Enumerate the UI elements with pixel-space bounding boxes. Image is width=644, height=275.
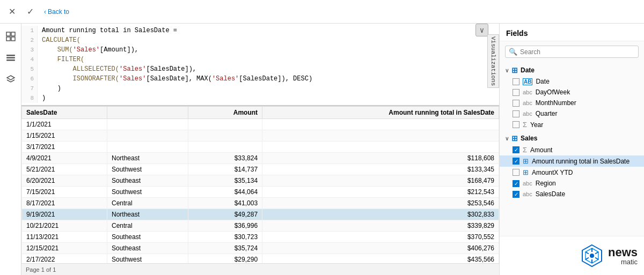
table-row: 2/17/2022 Southwest $29,290 $435,566 [22,254,499,264]
cell-date: 5/21/2021 [22,164,107,175]
field-item-amount-running-total-in-salesdate[interactable]: ✓ ⊞ Amount running total in SalesDate [500,155,644,167]
page-info: Page 1 of 1 [26,266,56,273]
table-icon: ⊞ [511,66,518,75]
field-checkbox[interactable]: ✓ [513,180,519,187]
field-group-sales: ∨ ⊞ Sales ✓ Σ Amount ✓ ⊞ Amount running … [500,132,644,199]
field-item-quarter[interactable]: abc Quarter [500,108,644,119]
field-item-year[interactable]: Σ Year [500,119,644,130]
search-icon: 🔍 [509,48,517,56]
cell-region: Central [107,220,188,232]
fields-list: ∨ ⊞ Date AB Date abc DayOfWeek abc Month… [500,62,644,236]
field-label: SalesDate [536,190,565,198]
field-group-header-sales[interactable]: ∨ ⊞ Sales [500,132,644,144]
col-header-region [107,107,188,119]
table-row: 1/1/2021 [22,119,499,130]
cell-region: Southwest [107,187,188,198]
back-arrow-icon: ‹ [44,8,46,16]
cell-date: 8/17/2021 [22,198,107,209]
table-row: 7/15/2021 Southwest $44,064 $212,543 [22,187,499,198]
field-checkbox[interactable]: ✓ [513,158,519,165]
field-group-header-date[interactable]: ∨ ⊞ Date [500,64,644,76]
svg-line-13 [595,258,598,260]
cell-running [262,119,499,130]
cell-amount: $14,737 [188,164,262,175]
field-checkbox[interactable] [513,110,519,117]
field-checkbox[interactable] [513,89,519,96]
table-row: 4/9/2021 Northeast $33,824 $118,608 [22,153,499,164]
field-label: Quarter [536,110,558,117]
cell-region: Southeast [107,243,188,254]
svg-rect-2 [6,37,10,41]
field-checkbox[interactable] [513,121,519,128]
field-label: Date [536,78,549,85]
text-icon: abc [523,191,532,197]
svg-point-9 [590,254,594,258]
cell-amount [188,119,262,130]
field-item-dayofweek[interactable]: abc DayOfWeek [500,87,644,98]
cell-date: 10/21/2021 [22,220,107,232]
cell-amount: $33,824 [188,153,262,164]
cell-date: 6/20/2021 [22,175,107,187]
cell-amount: $30,723 [188,232,262,243]
table-row: 9/19/2021 Northeast $49,287 $302,833 [22,209,499,220]
field-label: Amount [530,146,552,154]
cell-date: 4/9/2021 [22,153,107,164]
sidebar-icon-grid[interactable] [2,28,19,45]
line-numbers: 12345678 [21,26,38,103]
table-row: 10/21/2021 Central $36,996 $339,829 [22,220,499,232]
group-label: Date [521,66,535,74]
close-button[interactable]: ✕ [4,4,19,19]
newsmatic-logo: news matic [579,243,638,269]
svg-rect-6 [6,60,15,61]
cell-running [262,130,499,142]
field-label: DayOfWeek [536,88,570,96]
svg-rect-4 [6,55,15,56]
sidebar-icon-list[interactable] [2,49,19,66]
field-label: Region [536,180,556,187]
logo-hex-icon [579,243,605,269]
field-item-region[interactable]: ✓ abc Region [500,178,644,189]
field-checkbox[interactable] [513,169,519,176]
text-icon: abc [523,89,532,95]
field-label: MonthNumber [536,99,576,107]
col-header-salesdate: SalesDate [22,107,107,119]
viz-tab-label: Visualizations [490,36,496,86]
field-checkbox[interactable]: ✓ [513,191,519,198]
col-header-amount: Amount [188,107,262,119]
table-row: 3/17/2021 [22,142,499,153]
table-row: 1/15/2021 [22,130,499,142]
field-checkbox[interactable] [513,100,519,107]
visualizations-tab[interactable]: Visualizations [487,34,499,88]
data-table-wrapper[interactable]: SalesDate Amount Amount running total in… [21,106,499,263]
chevron-down-icon: ∨ [505,68,509,73]
field-item-salesdate[interactable]: ✓ abc SalesDate [500,189,644,199]
collapse-button[interactable]: ∨ [475,24,488,36]
logo-sub: matic [608,258,638,265]
cell-running: $370,552 [262,232,499,243]
field-checkbox[interactable] [513,78,519,85]
logo-name: news matic [608,247,638,265]
cell-date: 2/17/2022 [22,254,107,264]
cell-region [107,142,188,153]
field-checkbox[interactable]: ✓ [513,146,519,153]
field-label: Year [530,121,543,129]
cell-running: $253,546 [262,198,499,209]
search-input[interactable] [520,48,635,56]
confirm-button[interactable]: ✓ [23,4,38,19]
col-header-running-total: Amount running total in SalesDate [262,107,499,119]
search-box[interactable]: 🔍 [505,46,639,58]
back-to-button[interactable]: ‹ Back to [41,7,72,17]
cell-running: $302,833 [262,209,499,220]
field-item-monthnumber[interactable]: abc MonthNumber [500,98,644,108]
field-item-amount[interactable]: ✓ Σ Amount [500,144,644,155]
cell-amount: $41,003 [188,198,262,209]
cell-date: 1/1/2021 [22,119,107,130]
cell-amount: $35,724 [188,243,262,254]
field-item-amountx-ytd[interactable]: ⊞ AmountX YTD [500,167,644,178]
cell-date: 7/15/2021 [22,187,107,198]
cell-date: 1/15/2021 [22,130,107,142]
field-item-date[interactable]: AB Date [500,76,644,87]
sidebar-icon-layers[interactable] [2,71,19,88]
cell-running: $212,543 [262,187,499,198]
cell-region: Southwest [107,164,188,175]
